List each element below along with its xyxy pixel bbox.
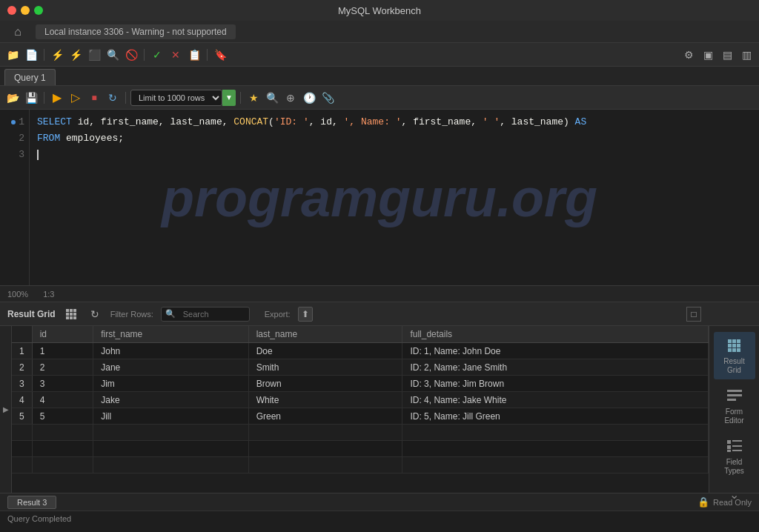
cell-last_name[interactable]: White [248, 392, 402, 408]
cell-full_details[interactable]: ID: 2, Name: Jane Smith [402, 359, 709, 376]
row-number: 3 [12, 376, 32, 392]
explain-button[interactable]: 🔍 [105, 47, 121, 63]
toggle-button[interactable]: 🔖 [212, 47, 228, 63]
save-sql-button[interactable]: 💾 [23, 90, 39, 106]
auto-commit-button[interactable]: 📋 [186, 47, 202, 63]
limit-container: Limit to 1000 rows ▼ [130, 90, 236, 106]
new-schema-button[interactable]: 📁 [4, 47, 21, 63]
open-sql-button[interactable]: 📂 [4, 90, 21, 106]
cell-first_name[interactable]: Jake [93, 392, 248, 408]
rollback-button[interactable]: ✕ [168, 47, 184, 63]
layout-button-1[interactable]: ▣ [700, 47, 716, 63]
table-row[interactable]: 33JimBrownID: 3, Name: Jim Brown [12, 376, 709, 392]
export-button[interactable]: ⬆ [298, 307, 313, 322]
home-button[interactable]: ⌂ [7, 21, 28, 42]
footer-statusbar: Query Completed [0, 511, 759, 525]
cell-first_name[interactable]: John [93, 343, 248, 359]
side-panel-result-grid[interactable]: ResultGrid [714, 332, 755, 379]
cell-id[interactable]: 5 [32, 408, 93, 425]
svg-rect-1 [727, 394, 742, 396]
cell-id[interactable]: 2 [32, 359, 93, 376]
table-row[interactable]: 22JaneSmithID: 2, Name: Jane Smith [12, 359, 709, 376]
result-tab-3[interactable]: Result 3 [7, 496, 56, 509]
empty-cell [248, 457, 402, 473]
bottom-tabs: Result 3 🔒 Read Only [0, 493, 759, 511]
toolbar-sep-3 [207, 49, 208, 61]
grid-view-button[interactable] [63, 306, 79, 322]
commit-button[interactable]: ✓ [149, 47, 165, 63]
search-input[interactable] [179, 307, 245, 322]
cell-full_details[interactable]: ID: 3, Name: Jim Brown [402, 376, 709, 392]
run-current-button[interactable]: ⚡ [67, 47, 84, 63]
cell-id[interactable]: 1 [32, 343, 93, 359]
refresh-button[interactable]: ↻ [105, 90, 121, 106]
editor-area[interactable]: 1 2 3 SELECT id, first_name, last_name, … [0, 110, 759, 286]
beautify-button[interactable]: ★ [245, 90, 262, 106]
run-selection-button[interactable]: ▷ [67, 90, 84, 106]
cell-id[interactable]: 3 [32, 376, 93, 392]
run-query-button[interactable]: ⚡ [49, 47, 65, 63]
cell-last_name[interactable]: Green [248, 408, 402, 425]
sql-sep-2 [125, 92, 126, 104]
svg-rect-7 [727, 450, 731, 452]
form-editor-icon [724, 387, 745, 405]
toolbar-sep-1 [44, 49, 44, 61]
query-tab-1[interactable]: Query 1 [4, 69, 56, 85]
export-label: Export: [265, 310, 291, 319]
stop-exec-button[interactable]: ■ [86, 90, 102, 106]
open-file-button[interactable]: 📄 [23, 47, 39, 63]
stop-button[interactable]: ⬛ [86, 47, 102, 63]
settings-button[interactable]: ⚙ [680, 47, 697, 63]
search-button[interactable]: 🔍 [264, 90, 280, 106]
refresh-grid-button[interactable]: ↻ [87, 306, 103, 322]
cell-first_name[interactable]: Jill [93, 408, 248, 425]
main-toolbar: 📁 📄 ⚡ ⚡ ⬛ 🔍 🚫 ✓ ✕ 📋 🔖 ⚙ ▣ ▤ ▥ [0, 43, 759, 67]
empty-cell [93, 425, 248, 441]
svg-rect-6 [732, 445, 742, 447]
find-replace-button[interactable]: ⊕ [282, 90, 299, 106]
redbutton[interactable]: 🚫 [123, 47, 139, 63]
cell-last_name[interactable]: Smith [248, 359, 402, 376]
maximize-button[interactable] [34, 6, 43, 15]
cell-full_details[interactable]: ID: 4, Name: Jake White [402, 392, 709, 408]
limit-arrow-btn[interactable]: ▼ [222, 90, 236, 106]
zoom-level[interactable]: 100% [7, 290, 28, 299]
cell-first_name[interactable]: Jim [93, 376, 248, 392]
side-panel-field-types[interactable]: FieldTypes [714, 433, 755, 480]
toggle-result-button[interactable]: □ [686, 307, 701, 322]
result-header: Result Grid ↻ Filter Rows: 🔍 Export: ⬆ □ [0, 302, 759, 326]
col-header-id: id [32, 326, 93, 343]
layout-button-3[interactable]: ▥ [738, 47, 755, 63]
connection-label[interactable]: Local instance 3306 - Warning - not supp… [36, 24, 236, 39]
table-row[interactable]: 55JillGreenID: 5, Name: Jill Green [12, 408, 709, 425]
cell-last_name[interactable]: Brown [248, 376, 402, 392]
table-row[interactable]: 11JohnDoeID: 1, Name: John Doe [12, 343, 709, 359]
table-row-empty [12, 425, 709, 441]
editor-statusbar: 100% 1:3 [0, 286, 759, 302]
empty-cell [12, 441, 32, 457]
run-all-button[interactable]: ▶ [49, 90, 65, 106]
cell-first_name[interactable]: Jane [93, 359, 248, 376]
col-header-last-name: last_name [248, 326, 402, 343]
expand-panel-button[interactable]: ▶ [0, 326, 12, 493]
history-button[interactable]: 🕐 [301, 90, 317, 106]
lock-icon: 🔒 [697, 496, 709, 508]
read-only-label: Read Only [713, 498, 752, 507]
table-row[interactable]: 44JakeWhiteID: 4, Name: Jake White [12, 392, 709, 408]
cell-full_details[interactable]: ID: 1, Name: John Doe [402, 343, 709, 359]
editor-content[interactable]: SELECT id, first_name, last_name, CONCAT… [30, 110, 759, 285]
limit-select[interactable]: Limit to 1000 rows [130, 90, 222, 106]
result-grid-label: Result Grid [7, 309, 56, 319]
cell-id[interactable]: 4 [32, 392, 93, 408]
col-header-first-name: first_name [93, 326, 248, 343]
svg-rect-5 [727, 445, 731, 449]
minimize-button[interactable] [21, 6, 30, 15]
layout-button-2[interactable]: ▤ [719, 47, 735, 63]
close-button[interactable] [7, 6, 16, 15]
empty-cell [12, 425, 32, 441]
side-panel-form-editor[interactable]: FormEditor [714, 382, 755, 430]
cell-full_details[interactable]: ID: 5, Name: Jill Green [402, 408, 709, 425]
connection-bar: ⌂ Local instance 3306 - Warning - not su… [0, 21, 759, 43]
cell-last_name[interactable]: Doe [248, 343, 402, 359]
snippet-button[interactable]: 📎 [319, 90, 336, 106]
